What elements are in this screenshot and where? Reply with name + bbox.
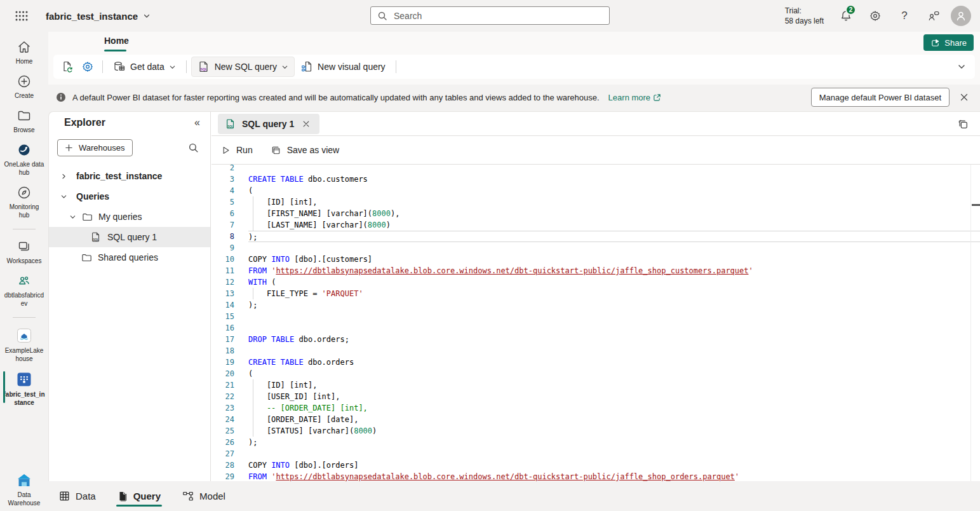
code-line[interactable]: 15 xyxy=(211,311,980,322)
tab-model[interactable]: Model xyxy=(180,481,227,511)
line-content xyxy=(248,242,980,254)
code-line[interactable]: 22 [USER_ID] [int], xyxy=(211,391,980,402)
code-line[interactable]: 14); xyxy=(211,299,980,311)
tab-sql-query-1[interactable]: SQL SQL query 1 xyxy=(218,114,319,134)
view-switcher-bar: Data Query Model xyxy=(48,481,980,511)
code-line[interactable]: 4( xyxy=(211,185,980,196)
global-search[interactable] xyxy=(370,6,610,25)
person-icon xyxy=(955,10,967,22)
search-icon xyxy=(377,11,387,21)
new-visual-query-button[interactable]: New visual query xyxy=(295,57,391,76)
sql-code-editor[interactable]: 23CREATE TABLE dbo.customers4(5 [ID] [in… xyxy=(211,165,980,481)
sql-file-icon: SQL xyxy=(90,231,102,243)
code-line[interactable]: 7 [LAST_NAME] [varchar](8000) xyxy=(211,219,980,231)
code-line[interactable]: 8); xyxy=(211,231,980,242)
code-line[interactable]: 21 [ID] [int], xyxy=(211,379,980,391)
rail-item-monitoring-hub[interactable]: Monitoring hub xyxy=(0,185,48,219)
rail-item-workspaces[interactable]: Workspaces xyxy=(0,239,48,265)
explorer-collapse-button[interactable]: « xyxy=(194,117,200,128)
add-warehouses-button[interactable]: Warehouses xyxy=(57,139,133,156)
rail-item-data-warehouse[interactable]: Data Warehouse xyxy=(0,473,48,507)
account-avatar[interactable] xyxy=(951,6,971,26)
toolbar-divider xyxy=(102,60,103,73)
code-line[interactable]: 5 [ID] [int], xyxy=(211,196,980,208)
explorer-search-button[interactable] xyxy=(188,142,199,153)
line-content xyxy=(248,448,980,460)
indent-guide xyxy=(253,391,253,402)
feedback-button[interactable] xyxy=(919,1,948,31)
ribbon-collapse-button[interactable] xyxy=(957,62,966,71)
code-line[interactable]: 3CREATE TABLE dbo.customers xyxy=(211,174,980,185)
code-line[interactable]: 13 FILE_TYPE = 'PARQUET' xyxy=(211,288,980,299)
run-button[interactable]: Run xyxy=(221,145,253,155)
rail-item-label: fabric_test_instance xyxy=(3,390,45,407)
visual-query-icon xyxy=(300,60,313,73)
editor-scrollbar[interactable] xyxy=(970,165,971,481)
tree-item-sql-query-1[interactable]: SQL SQL query 1 xyxy=(49,227,210,247)
tree-item-shared-queries[interactable]: Shared queries xyxy=(49,247,210,268)
code-line[interactable]: 18 xyxy=(211,345,980,357)
line-number: 21 xyxy=(211,379,234,391)
tree-item-warehouse[interactable]: fabric_test_instance xyxy=(49,166,210,186)
code-line[interactable]: 10COPY INTO [dbo].[customers] xyxy=(211,254,980,265)
save-as-view-button[interactable]: Save as view xyxy=(271,145,339,156)
copy-button[interactable] xyxy=(955,116,971,132)
workspace-switcher[interactable]: fabric_test_instance xyxy=(46,0,151,32)
code-line[interactable]: 17DROP TABLE dbo.orders; xyxy=(211,334,980,345)
indent-guide xyxy=(253,425,253,437)
code-line[interactable]: 16 xyxy=(211,322,980,334)
banner-close-button[interactable] xyxy=(956,89,972,106)
scrollbar-position-marker[interactable] xyxy=(972,204,980,206)
code-line[interactable]: 25 [STATUS] [varchar](8000) xyxy=(211,425,980,437)
code-line[interactable]: 9 xyxy=(211,242,980,254)
folder-icon xyxy=(81,252,92,263)
rail-item-fabric-test-instance[interactable]: fabric_test_instance xyxy=(0,371,48,407)
line-content: [ID] [int], xyxy=(248,379,980,391)
tab-data-label: Data xyxy=(76,491,96,501)
code-line[interactable]: 6 [FIRST_NAME] [varchar](8000), xyxy=(211,208,980,219)
code-line[interactable]: 24 [ORDER_DATE] [date], xyxy=(211,414,980,425)
code-line[interactable]: 20( xyxy=(211,368,980,379)
settings-button[interactable] xyxy=(861,1,890,31)
code-line[interactable]: 19CREATE TABLE dbo.orders xyxy=(211,357,980,368)
rail-item-examplelakehouse[interactable]: ExampleLakehouse xyxy=(0,327,48,363)
rail-item-onelake-data-hub[interactable]: OneLake data hub xyxy=(0,142,48,177)
app-launcher-button[interactable] xyxy=(9,3,34,29)
tab-close-button[interactable] xyxy=(300,118,312,130)
code-line[interactable]: 2 xyxy=(211,165,980,174)
rail-item-browse[interactable]: Browse xyxy=(0,108,48,134)
chevron-down-icon xyxy=(60,193,67,200)
learn-more-link[interactable]: Learn more xyxy=(608,93,661,102)
line-number: 25 xyxy=(211,425,234,437)
new-sql-query-button[interactable]: SQL New SQL query xyxy=(191,57,295,77)
search-input[interactable] xyxy=(393,10,603,22)
warehouse-settings-button[interactable] xyxy=(77,57,98,76)
code-line[interactable]: 11FROM 'https://dbtlabsynapsedatalake.bl… xyxy=(211,265,980,276)
get-data-button[interactable]: Get data xyxy=(107,57,182,76)
tab-data[interactable]: Data xyxy=(57,481,98,511)
rail-item-home[interactable]: Home xyxy=(0,39,48,65)
help-button[interactable]: ? xyxy=(890,1,919,31)
editor-tab-strip: SQL SQL query 1 xyxy=(211,112,980,136)
code-line[interactable]: 12WITH ( xyxy=(211,276,980,288)
code-line[interactable]: 23 -- [ORDER_DATE] [int], xyxy=(211,402,980,414)
indent-guide xyxy=(253,414,253,425)
tab-home[interactable]: Home xyxy=(104,36,129,46)
code-line[interactable]: 27 xyxy=(211,448,980,460)
code-line[interactable]: 28COPY INTO [dbo].[orders] xyxy=(211,460,980,471)
query-editor: SQL SQL query 1 Run xyxy=(211,112,980,481)
code-line[interactable]: 26); xyxy=(211,437,980,448)
tab-query[interactable]: Query xyxy=(116,481,163,511)
code-line[interactable]: 29FROM 'https://dbtlabsynapsedatalake.bl… xyxy=(211,471,980,481)
gear-icon xyxy=(869,10,882,22)
tree-item-queries[interactable]: Queries xyxy=(49,186,210,207)
line-content: ( xyxy=(248,185,980,196)
question-icon: ? xyxy=(901,10,907,22)
notifications-button[interactable]: 2 xyxy=(831,1,861,31)
refresh-dataset-button[interactable] xyxy=(57,57,77,76)
tree-item-my-queries[interactable]: My queries xyxy=(49,207,210,227)
manage-default-dataset-button[interactable]: Manage default Power BI dataset xyxy=(811,88,950,107)
share-button[interactable]: Share xyxy=(923,34,974,51)
rail-item-dbtlabsfabricdev[interactable]: dbtlabsfabricdev xyxy=(0,273,48,308)
rail-item-create[interactable]: Create xyxy=(0,74,48,100)
